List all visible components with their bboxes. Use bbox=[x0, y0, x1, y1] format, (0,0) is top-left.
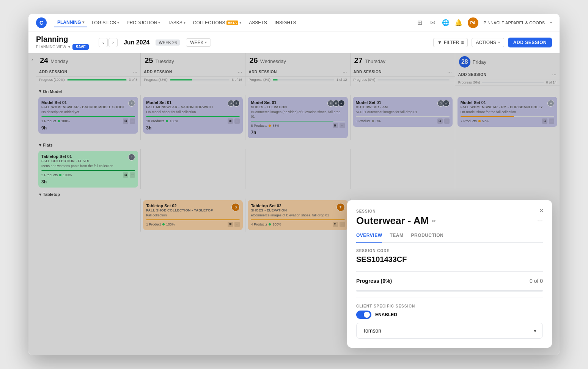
date-display: Jun 2024 bbox=[124, 39, 149, 46]
client-select[interactable]: Tomson ▾ bbox=[356, 323, 543, 339]
actions-chevron: ▾ bbox=[498, 40, 500, 44]
subheader-right: ▼ FILTER ≡ ACTIONS ▾ ADD SESSION bbox=[433, 38, 552, 47]
session-code-value: SES101433CF bbox=[356, 255, 543, 264]
modal-tabs: OVERVIEW TEAM PRODUCTION bbox=[356, 233, 543, 243]
modal-more-button[interactable]: ··· bbox=[537, 217, 543, 225]
week-badge: WEEK 26 bbox=[156, 39, 180, 46]
filter-button[interactable]: ▼ FILTER ≡ bbox=[433, 38, 468, 47]
globe-icon[interactable]: 🌐 bbox=[442, 19, 450, 27]
modal-title-row: Outerwear - AM ✏ ··· bbox=[356, 215, 543, 227]
save-button[interactable]: SAVE bbox=[72, 44, 89, 50]
progress-label: Progress (0%) bbox=[356, 278, 392, 284]
filter-settings-icon: ≡ bbox=[461, 40, 464, 45]
actions-button[interactable]: ACTIONS ▾ bbox=[472, 38, 504, 47]
nav-planning[interactable]: PLANNING ▾ bbox=[54, 18, 87, 27]
progress-bar-modal bbox=[356, 290, 543, 292]
app-logo[interactable]: C bbox=[36, 17, 47, 28]
nav-production-chevron: ▾ bbox=[158, 20, 160, 25]
edit-icon[interactable]: ✏ bbox=[432, 218, 436, 224]
nav-tasks-chevron: ▾ bbox=[184, 20, 186, 25]
nav-arrows: ‹ › bbox=[99, 38, 118, 47]
beta-badge: BETA bbox=[226, 20, 239, 25]
tab-overview[interactable]: OVERVIEW bbox=[356, 233, 382, 243]
nav-assets[interactable]: ASSETS bbox=[246, 19, 270, 27]
nav-collections[interactable]: COLLECTIONS BETA ▾ bbox=[190, 19, 245, 27]
nav-items: PLANNING ▾ LOGISTICS ▾ PRODUCTION ▾ TASK… bbox=[54, 18, 299, 27]
planning-view-chevron[interactable]: ▾ bbox=[68, 45, 70, 49]
progress-count: 0 of 0 bbox=[530, 278, 543, 284]
week-selector[interactable]: WEEK ▾ bbox=[186, 38, 211, 47]
calendar-area: › 24 Monday ADD SESSION ··· bbox=[28, 53, 560, 355]
session-code-label: SESSION CODE bbox=[356, 249, 543, 253]
progress-section: Progress (0%) 0 of 0 bbox=[356, 278, 543, 284]
nav-logistics[interactable]: LOGISTICS ▾ bbox=[89, 19, 122, 27]
toggle-label: ENABLED bbox=[375, 312, 397, 317]
nav-right: ⊞ ✉ 🌐 🔔 PA PINNACLE APPAREL & GOODS ▾ bbox=[416, 17, 552, 28]
next-arrow[interactable]: › bbox=[108, 38, 118, 47]
sub-header: Planning PLANNING VIEW ▾ SAVE ‹ › Jun 20… bbox=[28, 32, 560, 53]
nav-collections-chevron: ▾ bbox=[239, 20, 241, 25]
session-modal: ✕ SESSION Outerwear - AM ✏ ··· OVERVIEW … bbox=[347, 200, 552, 348]
client-session-toggle[interactable] bbox=[356, 311, 371, 319]
add-session-button[interactable]: ADD SESSION bbox=[508, 38, 552, 47]
user-label: PINNACLE APPAREL & GOODS bbox=[484, 20, 545, 25]
client-select-arrow-icon: ▾ bbox=[534, 328, 536, 334]
toggle-row: ENABLED bbox=[356, 311, 543, 319]
prev-arrow[interactable]: ‹ bbox=[99, 38, 108, 47]
modal-title: Outerwear - AM bbox=[356, 215, 429, 227]
client-select-text: Tomson bbox=[363, 328, 381, 334]
divider-2 bbox=[356, 298, 543, 298]
page-title-area: Planning PLANNING VIEW ▾ SAVE bbox=[36, 35, 89, 50]
tab-team[interactable]: TEAM bbox=[390, 233, 403, 242]
nav-logistics-chevron: ▾ bbox=[117, 20, 119, 25]
week-selector-chevron: ▾ bbox=[205, 40, 207, 44]
nav-production[interactable]: PRODUCTION ▾ bbox=[124, 19, 164, 27]
modal-session-label: SESSION bbox=[356, 209, 543, 213]
planning-view-label: PLANNING VIEW bbox=[36, 45, 66, 49]
avatar[interactable]: PA bbox=[468, 17, 478, 28]
page-title: Planning bbox=[36, 35, 89, 44]
bell-icon[interactable]: 🔔 bbox=[455, 19, 462, 27]
session-code-section: SESSION CODE SES101433CF bbox=[356, 249, 543, 264]
mail-icon[interactable]: ✉ bbox=[429, 19, 437, 27]
filter-icon: ▼ bbox=[437, 40, 442, 45]
nav-insights[interactable]: INSIGHTS bbox=[272, 19, 299, 27]
top-nav: C PLANNING ▾ LOGISTICS ▾ PRODUCTION ▾ TA… bbox=[28, 14, 560, 32]
grid-icon[interactable]: ⊞ bbox=[416, 19, 424, 27]
user-chevron[interactable]: ▾ bbox=[550, 20, 552, 25]
page-subtitle: PLANNING VIEW ▾ SAVE bbox=[36, 44, 89, 50]
nav-planning-chevron: ▾ bbox=[82, 20, 84, 24]
toggle-knob bbox=[364, 312, 370, 318]
modal-overlay: ✕ SESSION Outerwear - AM ✏ ··· OVERVIEW … bbox=[28, 53, 560, 355]
client-specific-label: CLIENT SPECIFIC SESSION bbox=[356, 304, 543, 308]
nav-tasks[interactable]: TASKS ▾ bbox=[165, 19, 188, 27]
modal-close-button[interactable]: ✕ bbox=[537, 206, 546, 215]
divider-1 bbox=[356, 271, 543, 272]
tab-production[interactable]: PRODUCTION bbox=[411, 233, 443, 242]
